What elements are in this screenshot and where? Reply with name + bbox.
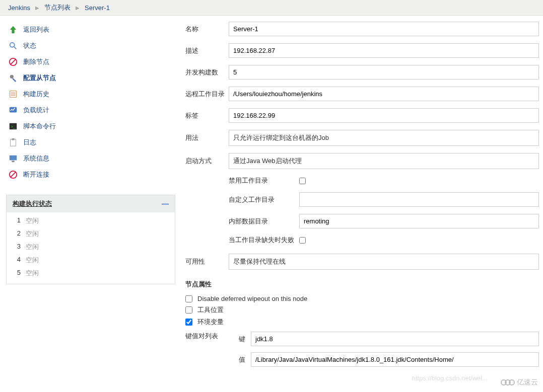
collapse-icon[interactable]: —: [162, 200, 169, 208]
sidebar-item-build-history[interactable]: 构建历史: [6, 86, 175, 102]
executor-panel: 构建执行状态 — 1空闲 2空闲 3空闲 4空闲 5空闲: [6, 195, 175, 284]
sidebar-item-configure-node[interactable]: 配置从节点: [6, 70, 175, 86]
sidebar-item-delete-node[interactable]: 删除节点: [6, 54, 175, 70]
sidebar-item-system-info[interactable]: 系统信息: [6, 150, 175, 167]
executor-body: 1空闲 2空闲 3空闲 4空闲 5空闲: [7, 212, 175, 284]
no-entry-icon: [8, 170, 18, 180]
sidebar-item-label: 删除节点: [23, 57, 49, 66]
kv-key-label: 键: [239, 335, 251, 344]
chevron-right-icon: ▶: [76, 5, 80, 11]
sidebar-item-load-stats[interactable]: 负载统计: [6, 102, 175, 118]
breadcrumb-server[interactable]: Server-1: [85, 4, 110, 12]
terminal-icon: >_: [8, 121, 18, 131]
sidebar-item-label: 系统信息: [23, 154, 49, 163]
disable-wipeout-label: Disable deferred wipeout on this node: [197, 295, 307, 302]
watermark: https://blog.csdn.net/wel...: [412, 374, 488, 379]
launch-select[interactable]: 通过Java Web启动代理: [229, 153, 539, 169]
internal-data-dir-label: 内部数据目录: [229, 217, 299, 226]
sidebar: 返回列表 状态 删除节点 配置从节点 构建历史 负载统计: [0, 16, 181, 379]
disable-workdir-checkbox[interactable]: [299, 178, 306, 184]
disable-wipeout-checkbox[interactable]: [185, 295, 192, 302]
executor-row: 5空闲: [13, 267, 169, 280]
svg-point-4: [10, 75, 14, 79]
sidebar-item-status[interactable]: 状态: [6, 38, 175, 54]
disable-workdir-label: 禁用工作目录: [229, 176, 299, 185]
sidebar-item-disconnect[interactable]: 断开连接: [6, 167, 175, 183]
breadcrumb: Jenkins ▶ 节点列表 ▶ Server-1: [0, 0, 543, 16]
env-vars-label: 环境变量: [197, 318, 224, 327]
kv-value-label: 值: [239, 355, 251, 364]
sidebar-item-label: 负载统计: [23, 106, 49, 115]
sidebar-item-label: 脚本命令行: [23, 122, 56, 131]
svg-line-1: [14, 47, 17, 49]
availability-select[interactable]: 尽量保持代理在线: [229, 254, 539, 270]
labels-input[interactable]: [229, 108, 539, 123]
name-input[interactable]: [229, 22, 539, 36]
executors-label: 并发构建数: [185, 68, 229, 77]
fail-if-missing-checkbox[interactable]: [299, 237, 306, 244]
remote-fs-label: 远程工作目录: [185, 90, 229, 99]
svg-rect-15: [12, 161, 14, 163]
main-form: 名称 描述 并发构建数 远程工作目录 标签 用法 只允许运行绑定到这台机器的Jo…: [181, 16, 543, 379]
notepad-icon: [8, 89, 18, 99]
monitor-icon: [8, 153, 18, 164]
monitor-chart-icon: [8, 105, 18, 115]
kv-list-label: 键值对列表: [185, 332, 239, 373]
chevron-right-icon: ▶: [35, 5, 39, 11]
svg-line-3: [11, 59, 16, 65]
magnifier-icon: [8, 41, 18, 51]
arrow-up-icon: [8, 25, 18, 35]
sidebar-item-back-to-list[interactable]: 返回列表: [6, 22, 175, 38]
tool-location-checkbox[interactable]: [185, 306, 192, 313]
tool-location-label: 工具位置: [197, 305, 224, 315]
executor-row: 2空闲: [13, 227, 169, 241]
node-props-title: 节点属性: [185, 280, 539, 289]
clipboard-icon: [8, 137, 18, 147]
sidebar-item-label: 日志: [23, 138, 36, 147]
custom-workdir-label: 自定义工作目录: [229, 195, 299, 204]
desc-input[interactable]: [229, 43, 539, 58]
svg-rect-14: [10, 155, 17, 161]
brand-logo: 亿速云: [503, 378, 538, 379]
executor-row: 1空闲: [13, 214, 169, 227]
name-label: 名称: [185, 25, 229, 34]
custom-workdir-input[interactable]: [299, 192, 539, 207]
remote-fs-input[interactable]: [229, 87, 539, 101]
svg-point-0: [10, 43, 15, 47]
usage-label: 用法: [185, 133, 229, 142]
usage-select[interactable]: 只允许运行绑定到这台机器的Job: [229, 130, 539, 146]
labels-label: 标签: [185, 111, 229, 120]
sidebar-item-log[interactable]: 日志: [6, 134, 175, 150]
executor-row: 4空闲: [13, 254, 169, 267]
sidebar-item-label: 返回列表: [23, 25, 49, 34]
brand-text: 亿速云: [517, 378, 538, 379]
gear-wrench-icon: [8, 73, 18, 83]
kv-value-input[interactable]: [251, 352, 539, 367]
launch-label: 启动方式: [185, 156, 229, 166]
sidebar-item-label: 配置从节点: [23, 73, 56, 83]
no-entry-icon: [8, 57, 18, 67]
sidebar-item-label: 断开连接: [23, 170, 49, 179]
breadcrumb-jenkins[interactable]: Jenkins: [8, 4, 30, 12]
executor-row: 3空闲: [13, 241, 169, 254]
svg-text:>_: >_: [11, 124, 16, 129]
internal-data-dir-input[interactable]: [299, 214, 539, 228]
availability-label: 可用性: [185, 257, 229, 266]
fail-if-missing-label: 当工作目录缺失时失败: [229, 236, 299, 245]
desc-label: 描述: [185, 46, 229, 55]
svg-line-17: [11, 172, 16, 178]
breadcrumb-nodes[interactable]: 节点列表: [44, 3, 71, 12]
sidebar-item-label: 构建历史: [23, 90, 49, 99]
executor-title[interactable]: 构建执行状态: [13, 199, 52, 208]
svg-rect-12: [11, 139, 16, 146]
kv-key-input[interactable]: [251, 332, 539, 346]
executors-input[interactable]: [229, 65, 539, 80]
sidebar-item-script-console[interactable]: >_ 脚本命令行: [6, 118, 175, 134]
sidebar-item-label: 状态: [23, 41, 36, 50]
svg-rect-13: [12, 138, 14, 140]
executor-header: 构建执行状态 —: [7, 195, 175, 212]
env-vars-checkbox[interactable]: [185, 319, 192, 326]
